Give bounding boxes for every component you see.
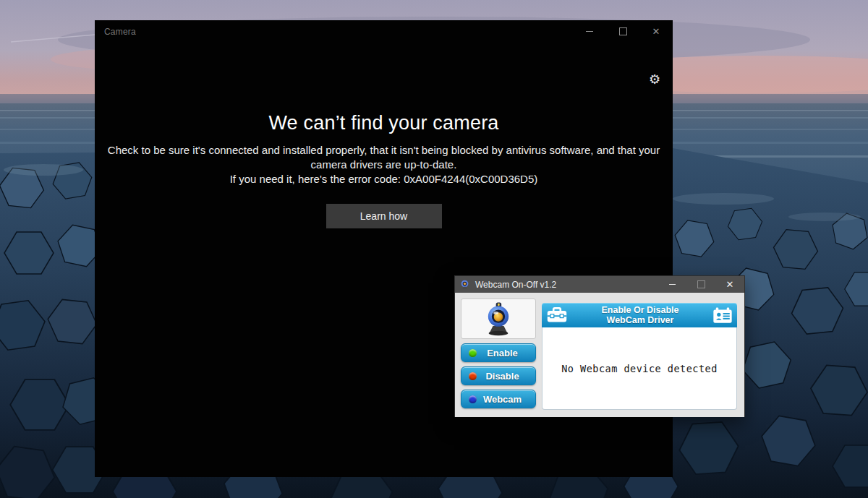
enable-status-dot-icon: [469, 349, 477, 357]
driver-panel-title-line2: WebCam Driver: [568, 315, 712, 325]
camera-minimize-button[interactable]: [573, 20, 606, 43]
webcam-minimize-button[interactable]: [658, 276, 686, 293]
camera-maximize-button[interactable]: [606, 20, 639, 43]
webcam-window-controls: ✕: [658, 276, 744, 293]
webcam-button-label: Webcam: [477, 394, 535, 405]
enable-button-label: Enable: [477, 348, 535, 359]
webcam-app-icon: [459, 279, 470, 290]
webcam-maximize-button[interactable]: [686, 276, 715, 293]
disable-button-label: Disable: [477, 371, 535, 382]
webcam-status-message: No Webcam device detected: [561, 363, 718, 374]
webcam-onoff-titlebar[interactable]: Webcam On-Off v1.2 ✕: [455, 276, 744, 293]
close-icon: ✕: [726, 280, 734, 289]
minimize-icon: [586, 31, 593, 32]
disable-button[interactable]: Disable: [461, 366, 536, 385]
webcam-illustration: [480, 301, 516, 337]
maximize-icon: [619, 27, 627, 35]
camera-settings-button[interactable]: ⚙: [643, 68, 666, 91]
disable-status-dot-icon: [469, 372, 477, 380]
driver-panel-header: Enable Or Disable WebCam Driver: [542, 303, 737, 327]
webcam-onoff-title: Webcam On-Off v1.2: [475, 280, 658, 290]
close-icon: ✕: [652, 27, 660, 36]
learn-how-button[interactable]: Learn how: [326, 204, 442, 228]
webcam-onoff-window: Webcam On-Off v1.2 ✕: [454, 275, 745, 417]
gear-icon: ⚙: [649, 73, 660, 86]
minimize-icon: [669, 284, 676, 285]
webcam-close-button[interactable]: ✕: [715, 276, 744, 293]
driver-panel-title: Enable Or Disable WebCam Driver: [568, 305, 712, 325]
camera-error-heading: We can’t find your camera: [95, 112, 673, 134]
camera-error-message: Check to be sure it's connected and inst…: [95, 143, 673, 172]
webcam-status-dot-icon: [469, 395, 477, 403]
webcam-image-card: [461, 299, 536, 339]
camera-window-title: Camera: [104, 27, 136, 37]
webcam-button[interactable]: Webcam: [461, 390, 536, 408]
toolbox-icon: [546, 306, 568, 324]
driver-status-panel: No Webcam device detected: [542, 327, 737, 410]
device-card-icon: [712, 307, 733, 324]
driver-panel-title-line1: Enable Or Disable: [568, 305, 712, 315]
camera-window-controls: ✕: [573, 20, 673, 43]
driver-panel: Enable Or Disable WebCam Driver No Webca…: [542, 303, 737, 410]
camera-error-code: If you need it, here's the error code: 0…: [95, 173, 673, 185]
webcam-onoff-body: Enable Disable Webcam Enable Or Disable: [455, 293, 744, 417]
camera-close-button[interactable]: ✕: [639, 20, 673, 43]
enable-button[interactable]: Enable: [461, 343, 536, 362]
maximize-icon: [697, 280, 705, 288]
